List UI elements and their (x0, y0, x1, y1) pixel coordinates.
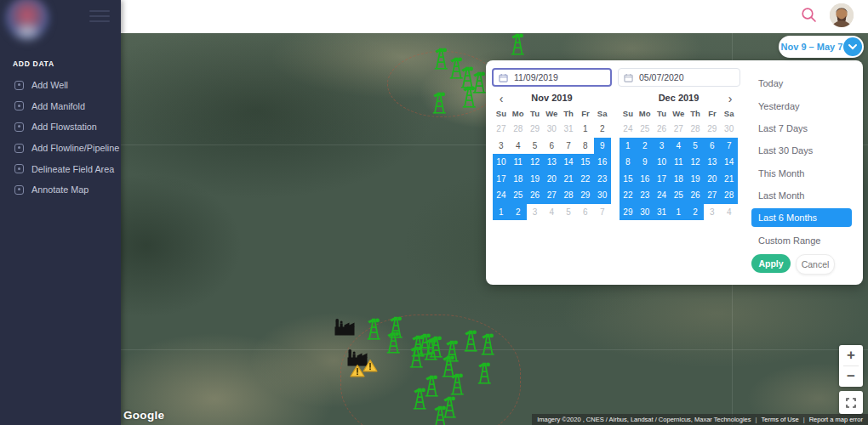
chevron-down-icon[interactable] (843, 37, 862, 56)
calendar-day-cell[interactable]: 3 (527, 204, 544, 221)
calendar-day-cell[interactable]: 30 (594, 187, 611, 204)
calendar-day-cell[interactable]: 27 (493, 121, 510, 138)
calendar-day-cell[interactable]: 19 (527, 171, 544, 188)
calendar-day-cell[interactable]: 3 (704, 204, 721, 221)
calendar-day-cell[interactable]: 1 (620, 138, 637, 155)
calendar-day-cell[interactable]: 12 (687, 154, 704, 171)
apply-button[interactable]: Apply (751, 254, 791, 273)
calendar-day-cell[interactable]: 21 (560, 171, 577, 188)
well-marker[interactable] (367, 318, 380, 340)
calendar-day-cell[interactable]: 1 (493, 204, 510, 221)
quick-option-today[interactable]: Today (751, 72, 852, 94)
calendar-day-cell[interactable]: 18 (510, 171, 527, 188)
date-range-pill[interactable]: Nov 9 – May 7 (779, 36, 864, 58)
well-marker[interactable] (434, 48, 448, 70)
calendar-day-cell[interactable]: 23 (594, 171, 611, 188)
well-marker[interactable] (432, 92, 446, 114)
calendar-day-cell[interactable]: 7 (721, 138, 738, 155)
calendar-day-cell[interactable]: 30 (543, 121, 560, 138)
cancel-button[interactable]: Cancel (796, 254, 835, 275)
calendar-day-cell[interactable]: 31 (654, 204, 671, 221)
calendar-day-cell[interactable]: 4 (510, 138, 527, 155)
sidebar-item-annotate-map[interactable]: Annotate Map (0, 179, 121, 201)
calendar-day-cell[interactable]: 3 (493, 138, 510, 155)
flowstation-marker[interactable] (334, 319, 356, 336)
calendar-day-cell[interactable]: 28 (721, 187, 738, 204)
well-marker[interactable] (429, 336, 443, 358)
calendar-day-cell[interactable]: 8 (620, 154, 637, 171)
calendar-day-cell[interactable]: 15 (577, 154, 594, 171)
calendar-day-cell[interactable]: 29 (577, 187, 594, 204)
calendar-day-cell[interactable]: 28 (510, 121, 527, 138)
sidebar-item-add-flowline-pipeline[interactable]: Add Flowline/Pipeline (0, 138, 121, 159)
calendar-day-cell[interactable]: 4 (543, 204, 560, 221)
terms-link[interactable]: Terms of Use (762, 416, 799, 423)
quick-option-this-month[interactable]: This Month (751, 162, 852, 184)
calendar-day-cell[interactable]: 27 (704, 187, 721, 204)
warning-marker[interactable] (363, 359, 378, 372)
calendar-day-cell[interactable]: 10 (493, 154, 510, 171)
calendar-day-cell[interactable]: 6 (577, 204, 594, 221)
well-marker[interactable] (450, 373, 464, 395)
calendar-day-cell[interactable]: 13 (704, 154, 721, 171)
calendar-day-cell[interactable]: 19 (687, 171, 704, 188)
calendar-day-cell[interactable]: 20 (543, 171, 560, 188)
calendar-day-cell[interactable]: 18 (670, 171, 687, 188)
calendar-day-cell[interactable]: 1 (577, 121, 594, 138)
calendar-day-cell[interactable]: 4 (670, 138, 687, 155)
search-icon[interactable] (801, 7, 817, 23)
quick-option-last-month[interactable]: Last Month (751, 184, 852, 207)
well-marker[interactable] (386, 332, 400, 354)
sidebar-item-add-well[interactable]: Add Well (0, 75, 121, 96)
calendar-day-cell[interactable]: 16 (637, 171, 654, 188)
well-marker[interactable] (477, 362, 491, 384)
calendar-day-cell[interactable]: 17 (493, 171, 510, 188)
menu-icon[interactable] (89, 10, 110, 26)
calendar-day-cell[interactable]: 7 (560, 138, 577, 155)
well-marker[interactable] (413, 388, 426, 410)
calendar-day-cell[interactable]: 24 (654, 187, 671, 204)
well-marker[interactable] (409, 346, 423, 368)
calendar-day-cell[interactable]: 2 (594, 121, 611, 138)
report-link[interactable]: Report a map error (809, 416, 863, 423)
calendar-day-cell[interactable]: 7 (594, 204, 611, 221)
calendar-day-cell[interactable]: 25 (637, 121, 654, 138)
app-logo[interactable] (5, 0, 49, 41)
calendar-day-cell[interactable]: 26 (527, 187, 544, 204)
zoom-out-button[interactable]: − (839, 366, 863, 387)
calendar-day-cell[interactable]: 29 (704, 121, 721, 138)
calendar-day-cell[interactable]: 4 (721, 204, 738, 221)
calendar-day-cell[interactable]: 14 (560, 154, 577, 171)
calendar-day-cell[interactable]: 3 (654, 138, 671, 155)
calendar-day-cell[interactable]: 16 (594, 154, 611, 171)
calendar-day-cell[interactable]: 2 (687, 204, 704, 221)
calendar-day-cell[interactable]: 8 (577, 138, 594, 155)
calendar-day-cell[interactable]: 25 (510, 187, 527, 204)
calendar-day-cell[interactable]: 29 (620, 204, 637, 221)
calendar-day-cell[interactable]: 27 (543, 187, 560, 204)
calendar-day-cell[interactable]: 31 (560, 121, 577, 138)
calendar-day-cell[interactable]: 21 (721, 171, 738, 188)
start-date-input[interactable] (508, 72, 610, 82)
calendar-day-cell[interactable]: 28 (687, 121, 704, 138)
calendar-day-cell[interactable]: 11 (510, 154, 527, 171)
calendar-day-cell[interactable]: 9 (637, 154, 654, 171)
calendar-day-cell[interactable]: 17 (654, 171, 671, 188)
calendar-day-cell[interactable]: 20 (704, 171, 721, 188)
well-marker[interactable] (481, 333, 494, 355)
calendar-day-cell[interactable]: 24 (493, 187, 510, 204)
zoom-in-button[interactable]: + (839, 345, 863, 366)
calendar-day-cell[interactable]: 23 (637, 187, 654, 204)
quick-option-custom-range[interactable]: Custom Range (751, 229, 852, 251)
calendar-day-cell[interactable]: 5 (560, 204, 577, 221)
quick-option-last-30-days[interactable]: Last 30 Days (751, 139, 852, 162)
calendar-day-cell[interactable]: 9 (594, 138, 611, 155)
calendar-day-cell[interactable]: 2 (510, 204, 527, 221)
calendar-day-cell[interactable]: 24 (620, 121, 637, 138)
user-avatar[interactable] (830, 3, 854, 27)
fullscreen-button[interactable] (839, 391, 863, 414)
calendar-day-cell[interactable]: 26 (654, 121, 671, 138)
calendar-day-cell[interactable]: 30 (637, 204, 654, 221)
calendar-day-cell[interactable]: 15 (620, 171, 637, 188)
calendar-day-cell[interactable]: 6 (704, 138, 721, 155)
